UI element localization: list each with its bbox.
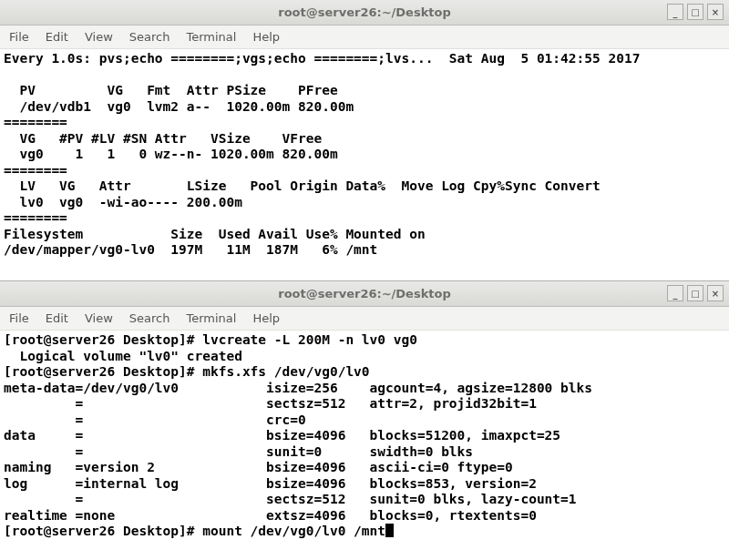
menu-edit[interactable]: Edit	[46, 30, 68, 44]
maximize-button[interactable]: □	[687, 285, 703, 301]
menubar-2: File Edit View Search Terminal Help	[0, 307, 729, 331]
terminal-cursor	[385, 524, 394, 537]
term-line: data = bsize=4096 blocks=51200, imaxpct=…	[4, 428, 560, 443]
terminal-window-2: root@server26:~/Desktop _ □ × File Edit …	[0, 280, 729, 544]
minimize-icon: _	[673, 289, 678, 299]
menu-file[interactable]: File	[9, 311, 29, 325]
titlebar-1[interactable]: root@server26:~/Desktop _ □ ×	[0, 0, 729, 25]
menu-help[interactable]: Help	[252, 30, 280, 44]
term-line: /dev/vdb1 vg0 lvm2 a-- 1020.00m 820.00m	[4, 99, 354, 114]
term-line: log =internal log bsize=4096 blocks=853,…	[4, 476, 537, 491]
maximize-icon: □	[691, 7, 699, 17]
term-line: = sectsz=512 sunit=0 blks, lazy-count=1	[4, 492, 577, 506]
term-line: /dev/mapper/vg0-lv0 197M 11M 187M 6% /mn…	[4, 242, 377, 257]
close-button[interactable]: ×	[707, 285, 724, 301]
term-line: Every 1.0s: pvs;echo ========;vgs;echo =…	[4, 51, 640, 66]
close-icon: ×	[712, 289, 719, 299]
term-line: LV VG Attr LSize Pool Origin Data% Move …	[4, 178, 601, 193]
window-controls-1: _ □ ×	[667, 4, 724, 20]
window-title: root@server26:~/Desktop	[278, 5, 451, 19]
term-line: ========	[4, 210, 67, 225]
menu-file[interactable]: File	[9, 30, 29, 44]
menu-terminal[interactable]: Terminal	[186, 311, 236, 325]
close-icon: ×	[712, 7, 719, 17]
menu-terminal[interactable]: Terminal	[186, 30, 236, 44]
term-line: ========	[4, 163, 67, 178]
term-line: naming =version 2 bsize=4096 ascii-ci=0 …	[4, 460, 513, 474]
close-button[interactable]: ×	[707, 4, 724, 20]
term-line: PV VG Fmt Attr PSize PFree	[4, 83, 338, 97]
menu-search[interactable]: Search	[129, 311, 170, 325]
term-line: ========	[4, 115, 67, 129]
term-line: vg0 1 1 0 wz--n- 1020.00m 820.00m	[4, 147, 338, 161]
menu-view[interactable]: View	[85, 311, 113, 325]
minimize-button[interactable]: _	[667, 4, 683, 20]
menu-search[interactable]: Search	[129, 30, 170, 44]
term-line: realtime =none extsz=4096 blocks=0, rtex…	[4, 508, 537, 523]
menu-edit[interactable]: Edit	[46, 311, 68, 325]
term-line: lv0 vg0 -wi-ao---- 200.00m	[4, 195, 242, 209]
term-line: VG #PV #LV #SN Attr VSize VFree	[4, 131, 322, 146]
term-line: = sectsz=512 attr=2, projid32bit=1	[4, 396, 537, 411]
terminal-output-2[interactable]: [root@server26 Desktop]# lvcreate -L 200…	[0, 331, 729, 544]
maximize-icon: □	[691, 289, 699, 299]
term-line: Filesystem Size Used Avail Use% Mounted …	[4, 227, 426, 241]
maximize-button[interactable]: □	[687, 4, 703, 20]
minimize-button[interactable]: _	[667, 285, 683, 301]
window-title: root@server26:~/Desktop	[278, 287, 451, 300]
menubar-1: File Edit View Search Terminal Help	[0, 25, 729, 49]
term-line: = crc=0	[4, 412, 306, 427]
term-line: [root@server26 Desktop]# lvcreate -L 200…	[4, 332, 417, 347]
menu-view[interactable]: View	[85, 30, 113, 44]
term-line: [root@server26 Desktop]# mkfs.xfs /dev/v…	[4, 364, 370, 379]
term-line: = sunit=0 swidth=0 blks	[4, 444, 473, 459]
terminal-window-1: root@server26:~/Desktop _ □ × File Edit …	[0, 0, 729, 262]
term-line: meta-data=/dev/vg0/lv0 isize=256 agcount…	[4, 381, 592, 395]
menu-help[interactable]: Help	[252, 311, 280, 325]
term-line: Logical volume "lv0" created	[4, 349, 242, 363]
minimize-icon: _	[673, 7, 678, 17]
window-controls-2: _ □ ×	[667, 285, 724, 301]
terminal-output-1[interactable]: Every 1.0s: pvs;echo ========;vgs;echo =…	[0, 49, 729, 262]
term-prompt-line: [root@server26 Desktop]# mount /dev/vg0/…	[4, 524, 385, 538]
titlebar-2[interactable]: root@server26:~/Desktop _ □ ×	[0, 281, 729, 307]
